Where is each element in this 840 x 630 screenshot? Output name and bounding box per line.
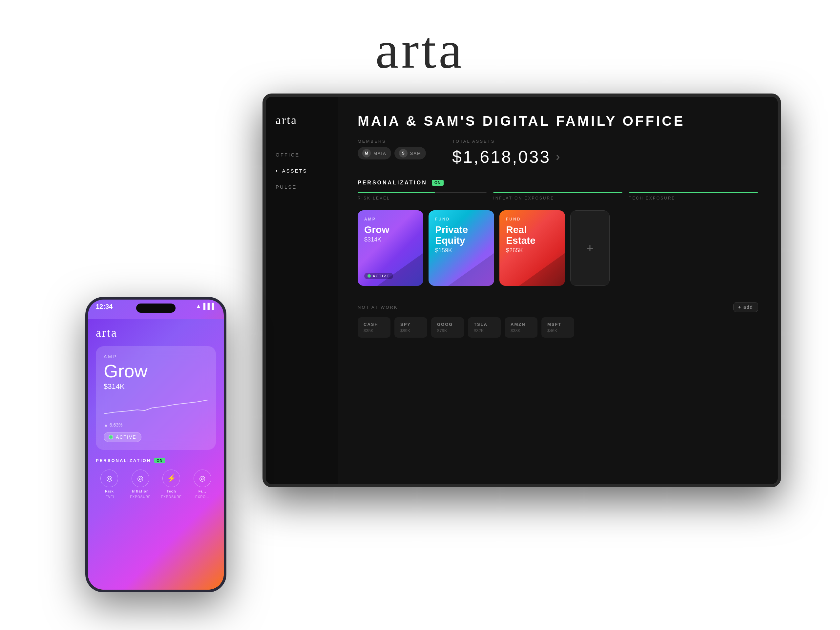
phone-fin-label-bottom: EXPO... bbox=[195, 495, 209, 499]
phone-inflation-label-bottom: EXPOSURE bbox=[130, 495, 151, 499]
tablet-logo: arta bbox=[276, 113, 328, 127]
asset-value-spy: $89K bbox=[400, 328, 421, 333]
investment-card-grow[interactable]: AMP Grow $314K ACTIVE bbox=[358, 210, 423, 286]
card-grow-name: Grow bbox=[364, 224, 417, 235]
sidebar-item-office[interactable]: OFFICE bbox=[276, 147, 328, 163]
phone-screen: 12:34 ▲ ▌▌▌ arta AMP Grow $314K bbox=[88, 300, 224, 590]
bar-tech-track bbox=[629, 192, 758, 193]
members-assets-row: MEMBERS M MAIA S SAM bbox=[358, 139, 758, 167]
phone-tech-label-top: Tech bbox=[167, 489, 176, 493]
bar-inflation-track bbox=[493, 192, 622, 193]
personalization-header: PERSONALIZATION ON bbox=[358, 180, 758, 186]
total-assets-number: $1,618,033 bbox=[452, 147, 551, 167]
bar-risk-fill bbox=[358, 192, 435, 193]
bar-risk-label: RISK LEVEL bbox=[358, 196, 486, 201]
add-asset-button[interactable]: + add bbox=[733, 302, 758, 312]
asset-value-cash: $35K bbox=[363, 328, 385, 333]
total-assets-label: TOTAL ASSETS bbox=[452, 139, 561, 144]
asset-value-msft: $46K bbox=[547, 328, 568, 333]
member-chip-sam[interactable]: S SAM bbox=[395, 147, 426, 159]
svg-marker-1 bbox=[448, 253, 494, 286]
phone-icons-row: ◎ Risk LEVEL ◎ Inflation EXPOSURE ⚡ Tech… bbox=[96, 469, 216, 499]
nav-dot: • bbox=[276, 168, 281, 174]
phone-active-dot bbox=[109, 435, 113, 439]
phone-on-badge: ON bbox=[154, 458, 165, 463]
not-at-work-header: NOT AT WORK + add bbox=[358, 302, 758, 312]
member-avatar-sam: S bbox=[399, 149, 407, 158]
member-chip-maia[interactable]: M MAIA bbox=[358, 147, 391, 159]
members-label: MEMBERS bbox=[358, 139, 426, 144]
phone-content: arta AMP Grow $314K ▲ 6.63% ACTIVE bbox=[88, 319, 224, 590]
bar-tech-fill bbox=[629, 192, 758, 193]
card-pe-top: FUND Private Equity $159K bbox=[435, 217, 488, 254]
bar-inflation-fill bbox=[493, 192, 622, 193]
phone-time: 12:34 bbox=[96, 303, 112, 310]
phone-chart-svg bbox=[104, 397, 208, 417]
member-name-maia: MAIA bbox=[373, 151, 387, 156]
asset-name-msft: MSFT bbox=[547, 322, 568, 327]
phone-icon-fin[interactable]: ◎ Fi... EXPO... bbox=[189, 469, 216, 499]
card-grow-type: AMP bbox=[364, 217, 417, 221]
members-list: M MAIA S SAM bbox=[358, 147, 426, 159]
asset-chip-cash[interactable]: CASH $35K bbox=[358, 317, 390, 338]
total-assets-value[interactable]: $1,618,033 › bbox=[452, 147, 561, 167]
personalization-on-badge: ON bbox=[432, 180, 444, 186]
phone-notch bbox=[136, 303, 175, 313]
investment-card-add[interactable]: + bbox=[570, 210, 609, 286]
card-grow-active-dot bbox=[368, 274, 371, 278]
bar-tech-label: TECH EXPOSURE bbox=[629, 196, 758, 201]
bar-risk-level: RISK LEVEL bbox=[358, 192, 486, 201]
signal-icon: ▌▌▌ bbox=[204, 303, 216, 310]
phone-inflation-label-top: Inflation bbox=[132, 489, 149, 493]
phone-card-grow-label: Grow bbox=[104, 362, 208, 380]
svg-marker-2 bbox=[519, 253, 565, 286]
members-section: MEMBERS M MAIA S SAM bbox=[358, 139, 426, 159]
risk-icon: ◎ bbox=[100, 469, 118, 487]
bar-inflation-label: INFLATION EXPOSURE bbox=[493, 196, 622, 201]
phone-personalization-section: PERSONALIZATION ON bbox=[96, 458, 216, 463]
phone-active-badge: ACTIVE bbox=[104, 432, 141, 442]
tech-icon: ⚡ bbox=[163, 469, 180, 487]
total-assets-section: TOTAL ASSETS $1,618,033 › bbox=[452, 139, 561, 167]
brand-title: arta bbox=[375, 20, 465, 81]
asset-value-tsla: $32K bbox=[474, 328, 495, 333]
member-name-sam: SAM bbox=[410, 151, 421, 156]
tablet-header: MAIA & SAM'S DIGITAL FAMILY OFFICE MEMBE… bbox=[358, 113, 758, 167]
phone-risk-label-bottom: LEVEL bbox=[103, 495, 115, 499]
tablet-sidebar: arta OFFICE • ASSETS PULSE bbox=[266, 97, 338, 484]
asset-name-amzn: AMZN bbox=[510, 322, 532, 327]
tablet-main-content: MAIA & SAM'S DIGITAL FAMILY OFFICE MEMBE… bbox=[338, 97, 778, 484]
asset-value-goog: $79K bbox=[437, 328, 458, 333]
asset-chip-goog[interactable]: GOOG $79K bbox=[431, 317, 464, 338]
add-plus-icon: + bbox=[586, 241, 594, 256]
member-avatar-maia: M bbox=[362, 149, 371, 158]
asset-chip-spy[interactable]: SPY $89K bbox=[395, 317, 427, 338]
sidebar-item-pulse[interactable]: PULSE bbox=[276, 179, 328, 195]
investment-card-private-equity[interactable]: FUND Private Equity $159K bbox=[428, 210, 494, 286]
card-grow-top: AMP Grow $314K bbox=[364, 217, 417, 243]
investment-cards-row: AMP Grow $314K ACTIVE bbox=[358, 210, 758, 286]
office-title: MAIA & SAM'S DIGITAL FAMILY OFFICE bbox=[358, 113, 758, 129]
not-at-work-label: NOT AT WORK bbox=[358, 305, 398, 310]
asset-name-goog: GOOG bbox=[437, 322, 458, 327]
phone-percent: ▲ 6.63% bbox=[104, 422, 208, 428]
phone-investment-card[interactable]: AMP Grow $314K ▲ 6.63% ACTIVE bbox=[96, 346, 216, 450]
asset-name-tsla: TSLA bbox=[474, 322, 495, 327]
phone-icon-tech[interactable]: ⚡ Tech EXPOSURE bbox=[158, 469, 185, 499]
phone-icon-inflation[interactable]: ◎ Inflation EXPOSURE bbox=[127, 469, 154, 499]
asset-name-spy: SPY bbox=[400, 322, 421, 327]
asset-chip-msft[interactable]: MSFT $46K bbox=[542, 317, 574, 338]
tablet-screen: arta OFFICE • ASSETS PULSE MAIA & SAM'S … bbox=[266, 97, 778, 484]
phone-card-amp-label: AMP bbox=[104, 354, 208, 359]
sidebar-item-assets[interactable]: • ASSETS bbox=[276, 163, 328, 179]
asset-chip-tsla[interactable]: TSLA $32K bbox=[468, 317, 501, 338]
card-grow-active-text: ACTIVE bbox=[373, 274, 390, 278]
phone-icon-risk[interactable]: ◎ Risk LEVEL bbox=[96, 469, 123, 499]
asset-chip-amzn[interactable]: AMZN $38K bbox=[505, 317, 537, 338]
tablet-device: arta OFFICE • ASSETS PULSE MAIA & SAM'S … bbox=[262, 93, 781, 487]
phone-card-value: $314K bbox=[104, 382, 208, 391]
card-re-type: FUND bbox=[506, 217, 559, 221]
bar-tech-exposure: TECH EXPOSURE bbox=[629, 192, 758, 201]
investment-card-real-estate[interactable]: FUND Real Estate $265K bbox=[499, 210, 565, 286]
phone-tech-label-bottom: EXPOSURE bbox=[161, 495, 182, 499]
